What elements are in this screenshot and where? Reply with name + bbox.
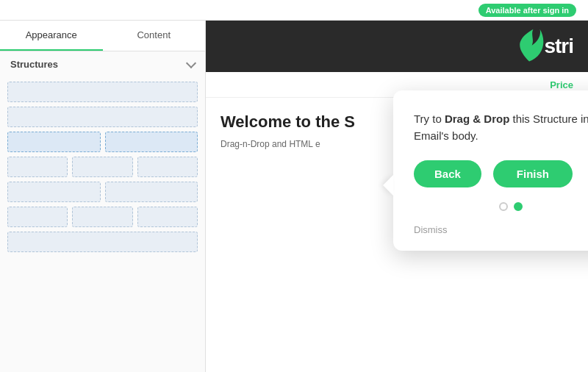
structure-grid — [0, 77, 205, 257]
structure-block[interactable] — [72, 207, 132, 227]
structure-block[interactable] — [105, 182, 198, 202]
structures-label: Structures — [10, 59, 58, 70]
tooltip-buttons: Back Finish — [414, 160, 588, 187]
price-label: Price — [550, 79, 573, 90]
structure-row — [7, 157, 198, 177]
structure-row — [7, 82, 198, 102]
structure-block[interactable] — [7, 232, 198, 252]
structure-block-highlighted[interactable] — [7, 132, 101, 152]
chevron-down-icon[interactable] — [186, 58, 196, 68]
dismiss-button[interactable]: Dismiss — [414, 224, 448, 235]
structure-block[interactable] — [72, 157, 132, 177]
tab-content[interactable]: Content — [103, 21, 206, 51]
sidebar: Appearance Content Structures — [0, 21, 206, 372]
stripe-text: stri — [544, 35, 573, 58]
tooltip-popup: Try to Drag & Drop this Structure in the… — [393, 90, 588, 251]
structure-block[interactable] — [7, 157, 68, 177]
dot-2 — [514, 202, 523, 211]
back-button[interactable]: Back — [414, 160, 481, 187]
structure-block[interactable] — [7, 82, 198, 102]
structure-row — [7, 107, 198, 127]
main-layout: Appearance Content Structures — [0, 21, 588, 372]
tooltip-text: Try to Drag & Drop this Structure in the… — [414, 111, 588, 144]
top-bar: Available after sign in — [0, 0, 588, 21]
content-area: stri Price Welcome to the S Drag-n-Drop … — [206, 21, 588, 372]
stripe-logo: stri — [514, 28, 573, 65]
finish-button[interactable]: Finish — [493, 160, 573, 187]
structure-row — [7, 207, 198, 227]
structure-block[interactable] — [7, 107, 198, 127]
tooltip-bold-text: Drag & Drop — [445, 112, 509, 125]
structure-row — [7, 232, 198, 252]
stripe-brand-icon — [514, 28, 544, 65]
structure-block[interactable] — [7, 182, 101, 202]
structure-row — [7, 182, 198, 202]
structure-block-highlighted[interactable] — [105, 132, 198, 152]
tooltip-text-prefix: Try to — [414, 112, 445, 125]
tooltip-dots — [414, 202, 588, 211]
email-header: stri — [206, 21, 588, 72]
structure-block[interactable] — [137, 207, 198, 227]
structure-block[interactable] — [7, 207, 68, 227]
structures-header: Structures — [0, 51, 205, 77]
dot-1 — [499, 202, 508, 211]
structure-block[interactable] — [137, 157, 198, 177]
sidebar-tabs: Appearance Content — [0, 21, 205, 51]
available-badge: Available after sign in — [478, 4, 576, 17]
structure-row — [7, 132, 198, 152]
tab-appearance[interactable]: Appearance — [0, 21, 103, 51]
